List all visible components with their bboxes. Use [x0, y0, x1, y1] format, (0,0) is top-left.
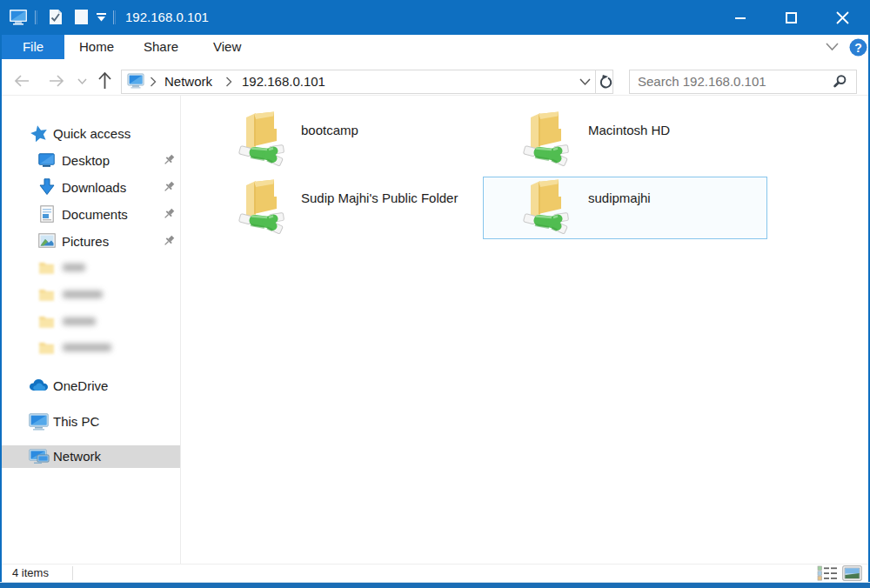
svg-text:?: ? [854, 41, 862, 55]
